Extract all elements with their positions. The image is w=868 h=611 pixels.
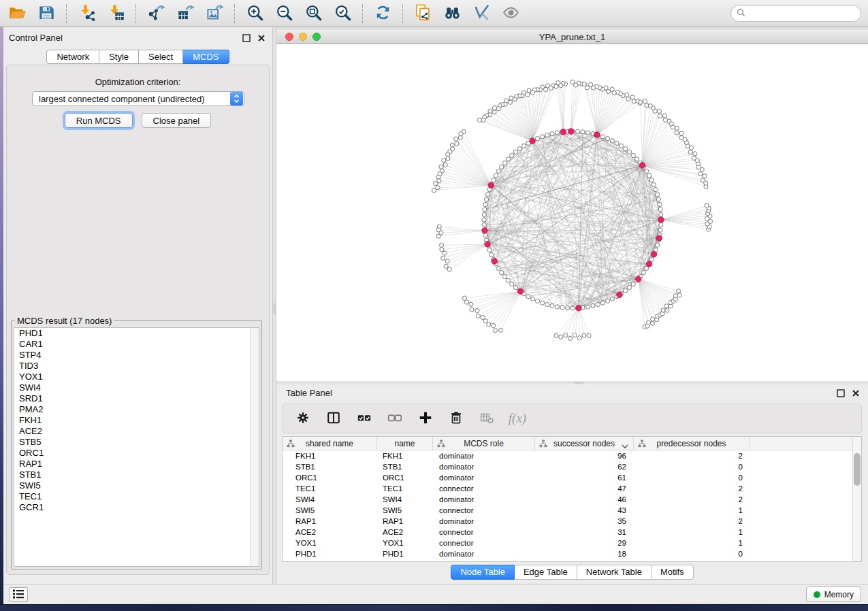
show-graphics-details-button[interactable]	[470, 3, 493, 24]
add-column-button[interactable]	[416, 409, 435, 428]
table-row[interactable]: TEC1TEC1connector472	[283, 483, 861, 494]
function-builder-button[interactable]: f(x)	[508, 409, 527, 428]
mcds-result-item[interactable]: TID3	[14, 361, 259, 371]
export-image-button[interactable]	[203, 3, 226, 24]
mcds-result-item[interactable]: STB5	[14, 437, 259, 448]
tab-network[interactable]: Network	[46, 50, 99, 64]
mcds-list-scrollbar[interactable]	[250, 328, 259, 566]
close-panel-button[interactable]: Close panel	[142, 113, 212, 128]
table-row[interactable]: SWI5SWI5connector431	[283, 505, 861, 516]
mcds-result-list: PHD1CAR1STP4TID3YOX1SWI4SRD1PMA2FKH1ACE2…	[14, 327, 259, 567]
toolbar-separator	[234, 4, 235, 23]
mcds-result-item[interactable]: SWI4	[14, 382, 259, 393]
tab-edge-table[interactable]: Edge Table	[515, 565, 577, 580]
tab-mcds[interactable]: MCDS	[183, 50, 229, 64]
mcds-result-item[interactable]: PMA2	[14, 404, 259, 415]
list-icon	[12, 589, 25, 601]
deselect-all-button[interactable]	[385, 409, 404, 428]
tab-node-table[interactable]: Node Table	[451, 565, 515, 580]
table-row[interactable]: RAP1RAP1dominator352	[283, 516, 861, 527]
mcds-result-item[interactable]: TEC1	[14, 491, 259, 502]
mcds-result-item[interactable]: STB1	[14, 469, 259, 480]
zoom-in-button[interactable]	[243, 3, 266, 24]
delete-column-button[interactable]	[447, 409, 466, 428]
table-settings-button[interactable]	[293, 409, 312, 428]
column-layout-button[interactable]	[324, 409, 343, 428]
mcds-result-item[interactable]: FKH1	[14, 415, 259, 426]
column-header-predecessor-nodes[interactable]: predecessor nodes	[634, 437, 750, 450]
mcds-result-item[interactable]: ORC1	[14, 448, 259, 459]
tab-motifs[interactable]: Motifs	[652, 565, 694, 580]
zoom-selected-button[interactable]	[331, 3, 354, 24]
cell-predecessor-nodes: 0	[634, 548, 750, 559]
birds-eye-view-button[interactable]	[499, 3, 522, 24]
mcds-result-item[interactable]: CAR1	[14, 339, 259, 350]
search-input[interactable]	[749, 9, 855, 18]
import-network-button[interactable]	[75, 3, 98, 24]
cell-name: SWI4	[377, 494, 433, 505]
mcds-result-item[interactable]: PHD1	[14, 328, 259, 339]
table-row[interactable]: FKH1FKH1dominator962	[283, 450, 861, 461]
plus-icon	[418, 410, 433, 427]
cell-predecessor-nodes: 2	[634, 483, 750, 494]
import-table-button[interactable]	[104, 3, 127, 24]
mcds-result-item[interactable]: SWI5	[14, 480, 259, 491]
zoom-fit-button[interactable]	[302, 3, 325, 24]
mcds-result-item[interactable]: ACE2	[14, 426, 259, 437]
checked-boxes-icon	[357, 410, 372, 427]
cell-shared-name: ORC1	[283, 472, 377, 483]
optimization-criterion-select[interactable]: largest connected component (undirected)	[32, 91, 244, 106]
tab-network-table[interactable]: Network Table	[577, 565, 652, 580]
table-row[interactable]: SWI4SWI4dominator462	[283, 494, 861, 505]
float-panel-icon[interactable]	[837, 388, 845, 396]
table-row[interactable]: YOX1YOX1connector291	[283, 538, 861, 548]
tab-select[interactable]: Select	[139, 50, 183, 64]
float-panel-icon[interactable]	[242, 33, 251, 41]
export-table-icon	[176, 3, 195, 24]
table-row[interactable]: STB1STB1dominator620	[283, 461, 861, 472]
table-row[interactable]: ORC1ORC1dominator610	[283, 472, 861, 483]
memory-button[interactable]: Memory	[806, 587, 861, 602]
mcds-result-item[interactable]: RAP1	[14, 459, 259, 469]
memory-status-icon	[814, 591, 820, 598]
export-table-button[interactable]	[174, 3, 197, 24]
cell-shared-name: RAP1	[283, 516, 377, 527]
cell-predecessor-nodes: 2	[634, 450, 750, 461]
splitter-grip[interactable]	[273, 303, 276, 315]
table-row[interactable]: PHD1PHD1dominator180	[283, 548, 861, 559]
new-network-from-selection-button[interactable]	[411, 3, 434, 24]
cell-shared-name: YOX1	[283, 538, 377, 548]
run-mcds-button[interactable]: Run MCDS	[65, 113, 133, 128]
table-row[interactable]: ACE2ACE2connector311	[283, 527, 861, 538]
search-network-button[interactable]	[440, 3, 464, 24]
select-all-button[interactable]	[355, 409, 374, 428]
column-header-name[interactable]: name	[377, 437, 433, 450]
save-button[interactable]	[35, 3, 58, 24]
mcds-result-item[interactable]: GCR1	[14, 502, 259, 513]
close-panel-icon[interactable]	[257, 33, 266, 41]
task-history-button[interactable]	[9, 587, 28, 602]
cell-name: RAP1	[377, 516, 433, 527]
tab-style[interactable]: Style	[99, 50, 139, 64]
splitter-grip[interactable]	[574, 382, 583, 384]
function-icon: f(x)	[509, 411, 526, 426]
column-header-mcds-role[interactable]: MCDS role	[433, 437, 535, 450]
open-file-button[interactable]	[5, 3, 29, 24]
mcds-result-item[interactable]: SRD1	[14, 393, 259, 404]
table-scrollbar[interactable]	[852, 437, 861, 561]
column-header-shared-name[interactable]: shared name	[283, 437, 377, 450]
close-panel-icon[interactable]	[852, 388, 860, 396]
refresh-button[interactable]	[371, 3, 394, 24]
mcds-result-item[interactable]: YOX1	[14, 371, 259, 382]
cell-shared-name: SWI4	[283, 494, 377, 505]
delete-table-button[interactable]	[477, 409, 496, 428]
export-network-button[interactable]	[144, 3, 167, 24]
mcds-result-group: MCDS result (17 nodes) PHD1CAR1STP4TID3Y…	[11, 316, 262, 569]
column-header-successor-nodes[interactable]: successor nodes	[535, 437, 634, 450]
mcds-result-item[interactable]: STP4	[14, 350, 259, 361]
column-label: successor nodes	[553, 439, 615, 448]
network-canvas[interactable]	[276, 44, 868, 381]
scrollbar-thumb[interactable]	[854, 453, 861, 486]
mcds-panel: Optimization criterion: largest connecte…	[6, 65, 270, 575]
zoom-out-button[interactable]	[272, 3, 295, 24]
